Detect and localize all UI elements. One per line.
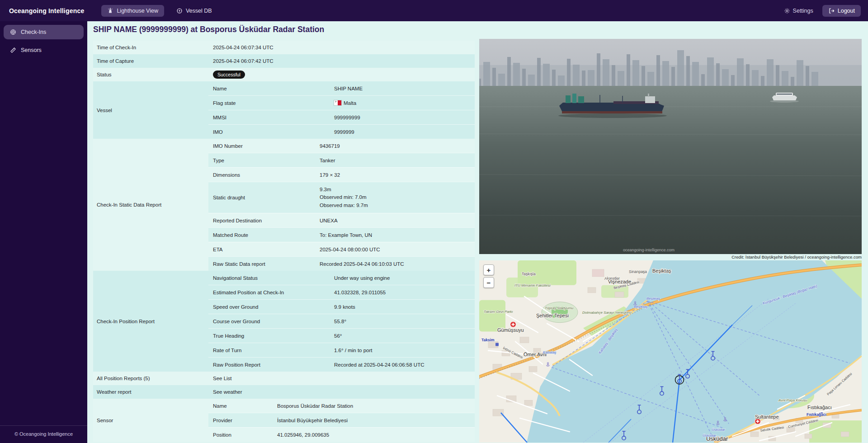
nav-label: Vessel DB [186, 8, 212, 14]
nested-row: True Heading56° [208, 328, 475, 343]
nested-row-value: 9999999 [334, 129, 475, 135]
detail-row-label: Check-In Position Report [93, 271, 208, 372]
nested-row: Flag stateMalta [208, 95, 475, 110]
sidebar-item-check-ins[interactable]: Check-Ins [4, 25, 84, 39]
nested-row-label: Raw Position Report [213, 362, 334, 368]
malta-flag-icon [334, 100, 341, 105]
lighthouse-icon [107, 8, 113, 14]
detail-row-label: Vessel [93, 81, 208, 139]
settings-button[interactable]: Settings [784, 8, 813, 14]
hospital-marker [510, 321, 516, 327]
detail-row-value: Successful [208, 68, 475, 81]
map-label: Üsküdar [703, 434, 716, 438]
nested-row: NameBosporus Üsküdar Radar Station [208, 399, 475, 413]
logout-icon [828, 8, 835, 14]
nested-row: IMO Number9436719 [208, 139, 475, 153]
map-label: Tüpraş Stadyumu [545, 306, 574, 310]
nested-row-value: 9436719 [320, 143, 475, 149]
nested-row-label: Rate of Turn [213, 348, 334, 353]
detail-row-link[interactable]: See List [208, 372, 475, 385]
main-content: SHIP NAME (9999999999) at Bosporus Üsküd… [87, 21, 868, 443]
nested-row-label: Static draught [213, 195, 320, 200]
nested-row-value: UNEXA [320, 218, 475, 223]
nested-row-value: İstanbul Büyükşehir Belediyesi [277, 418, 475, 423]
detail-row-label: Weather report [93, 385, 208, 399]
nested-row-label: Matched Route [213, 232, 320, 238]
nav-label: Lighthouse View [117, 8, 158, 14]
map-label: Dolmabahçe Sarayı Yerleşkesi [582, 311, 632, 315]
nested-row-value: 999999999 [334, 115, 475, 120]
map-label: Beşiktaş [652, 268, 671, 273]
map-label: Sultantepe [755, 414, 779, 419]
detail-row: Time of Capture2025-04-24 06:07:42 UTC [93, 54, 475, 68]
nested-table: IMO Number9436719TypeTankerDimensions179… [208, 139, 475, 271]
nested-row: Raw Static Data reportRecorded 2025-04-2… [208, 256, 475, 271]
nested-row-label: Raw Static Data report [213, 261, 320, 267]
nested-row: Reported DestinationUNEXA [208, 213, 475, 227]
detail-row-label: Check-In Static Data Report [93, 139, 208, 271]
nested-row-value: To: Example Town, UN [320, 232, 475, 238]
logout-button[interactable]: Logout [822, 5, 861, 17]
detail-row-label: Time of Check-In [93, 41, 208, 54]
nested-row: TypeTanker [208, 153, 475, 167]
app-title: Oceangoing Intelligence [9, 7, 84, 14]
detail-row: StatusSuccessful [93, 68, 475, 81]
nested-row-value: 55.8° [334, 319, 475, 324]
nav-vessel-db[interactable]: Vessel DB [170, 5, 218, 17]
nav-lighthouse-view[interactable]: Lighthouse View [101, 5, 164, 17]
map-label: Avni Paşa Korusu [778, 398, 807, 402]
map-zoom-out-button[interactable]: − [483, 277, 494, 288]
nested-row: NameSHIP NAME [208, 81, 475, 95]
nested-row: Course over Ground55.8° [208, 314, 475, 328]
nested-row-value: Recorded 2025-04-24 06:10:03 UTC [320, 261, 475, 267]
nested-row-value: 2025-04-24 08:00:00 UTC [320, 247, 475, 252]
logout-label: Logout [838, 8, 855, 14]
nested-row-label: Provider [213, 418, 277, 423]
vessel-photo: oceangoing-intelligence.com [479, 39, 862, 254]
detail-row: All Position Reports (5)See List [93, 372, 475, 385]
nested-row: Dimensions179 × 32 [208, 167, 475, 182]
map-label: Beşiktaş [634, 305, 647, 309]
map-zoom-in-button[interactable]: + [483, 264, 494, 275]
nested-row: Providerİstanbul Büyükşehir Belediyesi [208, 413, 475, 427]
nested-row-label: Name [213, 86, 334, 91]
status-badge: Successful [213, 71, 245, 79]
settings-label: Settings [793, 8, 813, 14]
nested-row-label: True Heading [213, 333, 334, 339]
ruler-icon [10, 47, 16, 53]
map-label: Üsküdar [712, 428, 725, 432]
nested-row-value: 9.9 knots [334, 304, 475, 310]
nested-row: Navigational StatusUnder way using engin… [208, 271, 475, 285]
nested-row: Raw Position ReportRecorded at 2025-04-2… [208, 357, 475, 372]
map-label: Fıstıkağacı [807, 412, 826, 417]
nested-table: NameSHIP NAMEFlag stateMaltaMMSI99999999… [208, 81, 475, 139]
detail-row: VesselNameSHIP NAMEFlag stateMaltaMMSI99… [93, 81, 475, 139]
photo-watermark: oceangoing-intelligence.com [623, 248, 675, 252]
map-label: Beşiktaş [646, 297, 660, 301]
detail-row-link[interactable]: See weather [208, 385, 475, 399]
nested-row: Position41.025946, 29.009635 [208, 427, 475, 442]
nested-row-label: Navigational Status [213, 275, 334, 281]
nested-row-label: IMO [213, 129, 334, 135]
map-label: Taksim Gezi Parkı [484, 310, 513, 314]
nested-row-value: 9.3mObserved min: 7.0mObserved max: 9.7m [320, 186, 475, 209]
photo-credit: Credit: İstanbul Büyükşehir Belediyesi /… [479, 254, 862, 260]
details-table: Time of Check-In2025-04-24 06:07:34 UTCT… [93, 41, 475, 442]
detail-row: Check-In Position ReportNavigational Sta… [93, 271, 475, 372]
app-header: Oceangoing Intelligence Lighthouse View … [0, 0, 868, 21]
top-nav: Lighthouse View Vessel DB [101, 5, 217, 17]
detail-row: Weather reportSee weather [93, 385, 475, 399]
nested-row-value: Under way using engine [334, 275, 475, 281]
location-map[interactable]: + − [479, 260, 862, 443]
nested-row-label: IMO Number [213, 143, 320, 149]
nested-table: Navigational StatusUnder way using engin… [208, 271, 475, 372]
detail-row-value: 2025-04-24 06:07:42 UTC [208, 54, 475, 68]
sidebar-item-sensors[interactable]: Sensors [4, 43, 84, 57]
nested-row: Matched RouteTo: Example Town, UN [208, 227, 475, 242]
nested-row: Estimated Position at Check-In41.032328,… [208, 285, 475, 299]
nested-row: ETA2025-04-24 08:00:00 UTC [208, 242, 475, 256]
transit-station-marker [495, 343, 499, 346]
sidebar-item-label: Check-Ins [21, 29, 46, 35]
page-title: SHIP NAME (9999999999) at Bosporus Üsküd… [93, 25, 324, 34]
nested-row: IMO9999999 [208, 124, 475, 139]
